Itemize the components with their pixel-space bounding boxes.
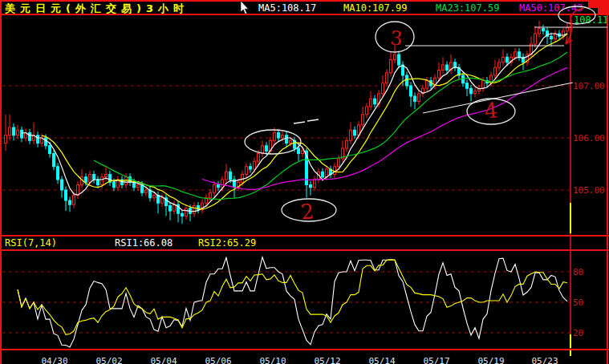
down-candle — [169, 206, 172, 212]
down-candle — [53, 154, 55, 167]
up-candle — [390, 60, 392, 73]
up-candle — [494, 67, 497, 75]
up-candle — [334, 167, 336, 175]
up-candle — [514, 52, 517, 58]
down-candle — [278, 133, 280, 139]
down-candle — [181, 213, 184, 216]
up-candle — [482, 81, 485, 89]
up-candle — [418, 94, 420, 102]
up-candle — [145, 190, 148, 192]
up-candle — [89, 175, 91, 183]
down-candle — [470, 88, 473, 94]
up-candle — [366, 107, 368, 115]
down-candle — [518, 52, 521, 58]
up-candle — [213, 185, 216, 193]
mouse-cursor-icon — [241, 1, 249, 14]
up-candle — [346, 140, 348, 148]
up-candle — [538, 29, 541, 34]
down-candle — [229, 172, 232, 180]
down-candle — [65, 190, 67, 200]
grid-layer — [2, 86, 570, 333]
up-candle — [101, 177, 104, 185]
down-candle — [354, 130, 356, 135]
down-candle — [97, 180, 99, 185]
up-candle — [362, 115, 364, 125]
up-candle — [258, 154, 260, 162]
up-candle — [534, 34, 537, 44]
up-candle — [438, 71, 441, 79]
candlestick-series[interactable] — [5, 21, 569, 224]
down-candle — [217, 185, 220, 188]
down-candle — [414, 96, 416, 102]
up-candle — [274, 133, 276, 141]
up-candle — [17, 130, 19, 135]
up-candle — [105, 175, 108, 177]
corner-marker — [598, 8, 609, 14]
wave-4-number: 4 — [483, 98, 499, 123]
annotations-layer: 234 — [245, 6, 607, 224]
down-candle — [49, 146, 51, 154]
forex-chart-window: 美元日元(外汇交易)3小时 MA5:108.17 MA10:107.99 MA2… — [0, 0, 609, 364]
up-candle — [282, 135, 284, 138]
up-candle — [161, 198, 164, 204]
up-candle — [370, 99, 372, 107]
up-candle — [137, 185, 140, 188]
down-candle — [133, 182, 136, 188]
up-candle — [350, 130, 352, 140]
wave-1-dash-a — [294, 122, 305, 123]
down-candle — [310, 185, 312, 188]
up-candle — [426, 81, 428, 89]
down-candle — [550, 36, 553, 38]
down-candle — [506, 57, 509, 63]
up-candle — [225, 172, 228, 180]
up-candle — [9, 127, 11, 135]
up-candle — [173, 204, 176, 211]
up-candle — [290, 140, 292, 143]
wave-3-number: 3 — [389, 26, 403, 50]
up-candle — [502, 57, 505, 63]
down-candle — [85, 177, 87, 183]
down-candle — [29, 133, 31, 141]
up-candle — [382, 83, 384, 94]
down-candle — [286, 135, 288, 144]
down-candle — [57, 167, 59, 180]
down-candle — [141, 185, 144, 193]
up-candle — [386, 73, 388, 83]
down-candle — [113, 182, 116, 188]
wave-1-dash-b — [307, 119, 319, 121]
up-candle — [246, 167, 248, 175]
chart-canvas[interactable]: 234 — [0, 0, 609, 364]
up-candle — [185, 208, 188, 216]
up-candle — [338, 159, 340, 167]
down-candle — [45, 138, 47, 146]
up-candle — [254, 161, 256, 169]
up-candle — [209, 192, 212, 198]
up-candle — [153, 196, 156, 198]
down-candle — [446, 65, 449, 71]
up-candle — [242, 175, 244, 183]
up-candle — [474, 91, 477, 94]
down-candle — [322, 172, 324, 177]
down-candle — [374, 99, 376, 104]
down-candle — [542, 29, 545, 31]
down-candle — [21, 130, 23, 138]
up-candle — [262, 146, 264, 154]
down-candle — [93, 175, 95, 180]
down-candle — [298, 148, 300, 154]
up-candle — [73, 196, 75, 205]
up-candle — [498, 63, 501, 68]
price-breakout-arrow — [566, 8, 584, 44]
up-candle — [566, 28, 569, 31]
corner-marker — [588, 0, 609, 8]
up-candle — [193, 206, 196, 214]
up-candle — [442, 65, 445, 71]
up-candle — [394, 55, 396, 60]
down-candle — [37, 135, 39, 144]
up-candle — [5, 135, 7, 144]
up-candle — [125, 177, 128, 185]
down-candle — [61, 180, 63, 190]
up-candle — [221, 180, 224, 188]
down-candle — [197, 206, 200, 210]
up-candle — [77, 185, 79, 196]
down-candle — [398, 55, 400, 65]
